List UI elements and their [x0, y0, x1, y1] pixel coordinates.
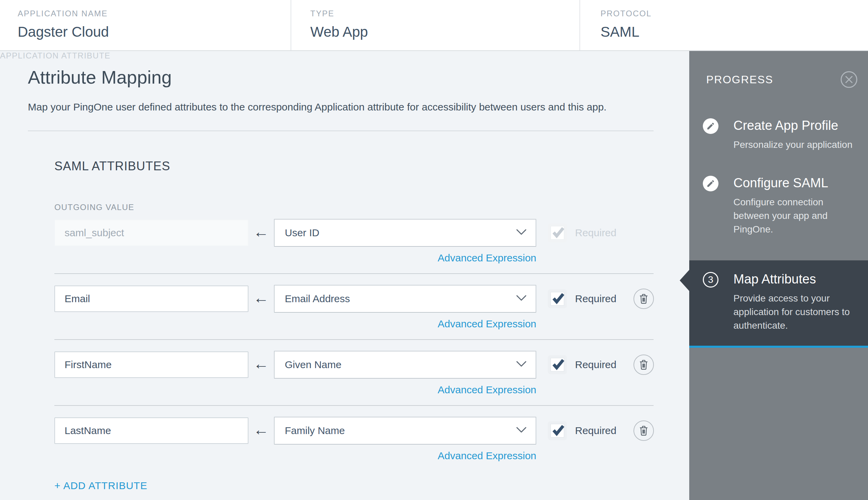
required-checkbox: [548, 223, 567, 242]
progress-header: PROGRESS: [689, 51, 868, 88]
outgoing-value-selected: Email Address: [285, 293, 350, 305]
type-label: TYPE: [310, 9, 580, 18]
step-number: 3: [708, 274, 713, 285]
column-headers: APPLICATION ATTRIBUTE OUTGOING VALUE: [54, 203, 689, 212]
chevron-down-icon: [516, 229, 527, 237]
pencil-icon: [703, 118, 718, 134]
check-icon: [550, 422, 566, 438]
type-value: Web App: [310, 24, 580, 40]
left-arrow-icon: ←: [249, 290, 274, 308]
progress-step[interactable]: 3 Map Attributes Provide access to your …: [689, 260, 868, 348]
step-title: Map Attributes: [733, 272, 854, 287]
outgoing-value-select[interactable]: Family Name: [274, 417, 536, 445]
application-name-label: APPLICATION NAME: [18, 9, 290, 18]
close-icon[interactable]: [840, 71, 858, 88]
header-field-type: TYPE Web App: [290, 0, 580, 50]
step-title: Configure SAML: [733, 176, 854, 191]
step-number-badge: 3: [703, 272, 718, 287]
progress-steps: Create App Profile Personalize your appl…: [689, 118, 868, 348]
delete-attribute-button[interactable]: [633, 354, 654, 375]
saml-attributes-section: SAML ATTRIBUTES APPLICATION ATTRIBUTE OU…: [54, 159, 689, 491]
check-icon: [550, 224, 566, 240]
required-label: Required: [575, 425, 619, 436]
pingone-app-wizard: APPLICATION NAME Dagster Cloud TYPE Web …: [0, 0, 868, 500]
outgoing-value-select[interactable]: Given Name: [274, 351, 536, 379]
progress-step[interactable]: Create App Profile Personalize your appl…: [689, 118, 868, 151]
outgoing-value-selected: Given Name: [285, 359, 342, 371]
check-icon: [550, 290, 566, 306]
application-name-value: Dagster Cloud: [18, 24, 290, 40]
left-arrow-icon: ←: [249, 422, 274, 440]
advanced-expression-link[interactable]: Advanced Expression: [438, 384, 536, 395]
left-arrow-icon: ←: [249, 224, 274, 242]
step-description: Provide access to your application for c…: [733, 292, 854, 332]
trash-icon: [638, 359, 649, 371]
advanced-expression-link[interactable]: Advanced Expression: [438, 318, 536, 329]
step-title: Create App Profile: [733, 118, 854, 133]
progress-step[interactable]: Configure SAML Configure connection betw…: [689, 176, 868, 236]
delete-attribute-button[interactable]: [633, 420, 654, 441]
advanced-expression-link[interactable]: Advanced Expression: [438, 450, 536, 461]
trash-icon: [638, 293, 649, 305]
header-field-protocol: PROTOCOL SAML: [580, 0, 868, 50]
header-field-application-name: APPLICATION NAME Dagster Cloud: [0, 0, 290, 50]
required-checkbox[interactable]: [548, 289, 567, 308]
delete-attribute-button[interactable]: [633, 288, 654, 309]
step-text: Configure SAML Configure connection betw…: [733, 176, 854, 236]
required-label: Required: [575, 227, 619, 239]
trash-icon: [638, 425, 649, 436]
step-text: Create App Profile Personalize your appl…: [733, 118, 854, 151]
step-text: Map Attributes Provide access to your ap…: [733, 272, 854, 332]
advanced-expression-link[interactable]: Advanced Expression: [438, 252, 536, 263]
progress-title: PROGRESS: [706, 73, 773, 86]
step-description: Configure connection between your app an…: [733, 195, 854, 236]
outgoing-value-select[interactable]: Email Address: [274, 285, 536, 313]
outgoing-value-selected: Family Name: [285, 425, 345, 436]
required-checkbox[interactable]: [548, 421, 567, 440]
left-arrow-icon: ←: [249, 356, 274, 374]
protocol-value: SAML: [601, 24, 868, 40]
step-description: Personalize your application: [733, 138, 854, 151]
attribute-mapping-panel: Attribute Mapping Map your PingOne user …: [0, 51, 689, 500]
required-label: Required: [575, 293, 619, 305]
protocol-label: PROTOCOL: [601, 9, 868, 18]
app-summary-header: APPLICATION NAME Dagster Cloud TYPE Web …: [0, 0, 868, 51]
chevron-down-icon: [516, 427, 527, 435]
application-attribute-column-header: APPLICATION ATTRIBUTE: [0, 51, 219, 500]
progress-sidebar: PROGRESS Create App Profile Personalize …: [689, 51, 868, 500]
outgoing-value-selected: User ID: [285, 227, 319, 239]
check-icon: [550, 356, 566, 372]
chevron-down-icon: [516, 361, 527, 369]
chevron-down-icon: [516, 295, 527, 303]
required-label: Required: [575, 359, 619, 371]
required-checkbox[interactable]: [548, 355, 567, 374]
outgoing-value-select[interactable]: User ID: [274, 219, 536, 247]
pencil-icon: [703, 176, 718, 191]
